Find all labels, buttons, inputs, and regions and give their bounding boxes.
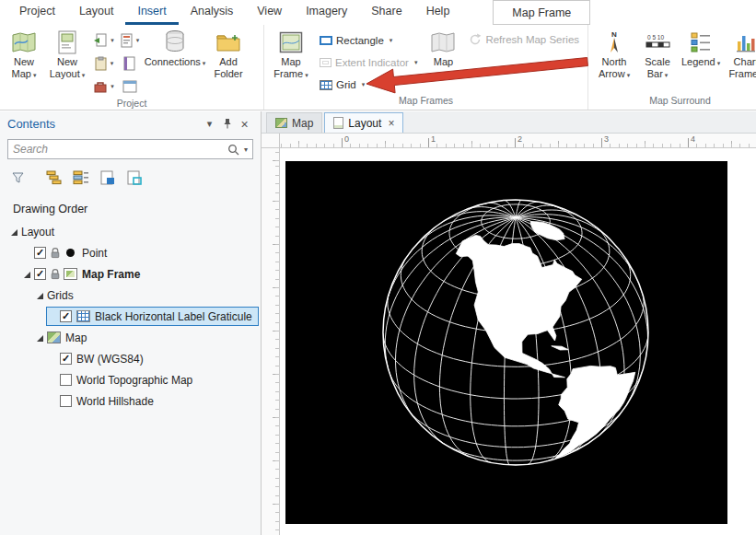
chevron-down-icon: ▾ [203,60,206,66]
contents-toolbar [0,163,261,192]
chevron-down-icon: ▾ [136,37,140,44]
ribbon-tab-project[interactable]: Project [7,0,67,25]
legend-label: Legend [681,56,715,67]
view-tab-bar: Map Layout × [262,111,756,134]
chart-frame-button[interactable]: Chart Frame▾ [725,28,756,95]
search-icon[interactable] [227,144,239,156]
visibility-checkbox[interactable]: ✓ [34,268,46,280]
ruler-tick-label: 0 [344,134,349,144]
grid-button[interactable]: Grid ▾ [316,75,421,95]
close-icon[interactable]: × [236,117,253,132]
list-by-drawing-order-button[interactable] [43,168,65,188]
list-by-selection-button[interactable] [97,168,119,188]
expander-icon[interactable] [8,226,21,238]
view-tab-map[interactable]: Map [266,112,322,133]
ribbon-tab-analysis[interactable]: Analysis [179,0,246,25]
h-ruler[interactable]: 01234 [280,134,756,148]
expander-icon[interactable] [34,289,47,302]
layer-label: World Hillshade [76,395,154,408]
tree-item-bw-wgs84[interactable]: ✓BW (WGS84) [0,348,261,369]
add-folder-button[interactable]: Add Folder [208,28,249,98]
expander-icon[interactable] [34,331,47,344]
toolbox-button[interactable]: ▾ [91,76,116,98]
rectangle-button[interactable]: Rectangle ▾ [316,30,421,51]
v-ruler[interactable] [262,148,280,535]
visibility-checkbox[interactable]: ✓ [60,353,72,365]
view-tab-layout[interactable]: Layout × [324,112,403,133]
layer-label: Map Frame [82,268,140,281]
layer-label: Black Horizontal Label Graticule [95,310,252,323]
refresh-map-series-button[interactable]: Refresh Map Series [465,29,583,50]
group-label-project: Project [0,98,263,111]
map-frame-button[interactable]: Map Frame▾ [269,28,313,95]
ribbon-tab-share[interactable]: Share [359,0,413,25]
north-arrow-button[interactable]: N North Arrow▾ [593,28,635,95]
search-input[interactable] [13,143,225,156]
layout-canvas[interactable] [280,148,756,535]
ribbon-tab-map-frame[interactable]: Map Frame [493,0,590,25]
ruler-tick-label: 2 [518,134,522,144]
filter-button[interactable] [6,168,29,188]
tree-item-layout[interactable]: Layout [0,221,261,242]
map-frame-element[interactable] [285,161,727,524]
ribbon-group-map-frames: Map Frame▾ Rectangle ▾ Extent Indicator … [264,25,588,110]
ribbon-tab-bar: Project Layout Insert Analysis View Imag… [0,0,756,25]
map-label: Map [434,56,453,67]
search-options-chevron-icon[interactable]: ▾ [244,145,248,154]
map-tab-icon [275,118,287,128]
new-map-label: New Map [12,56,34,79]
ribbon-group-map-surround: N North Arrow▾ 0 5 10 Scale Bar▾ Legend▾ [588,25,756,110]
new-layout-button[interactable]: New Layout▾ [46,28,88,98]
legend-button[interactable]: Legend▾ [680,28,722,95]
pane-menu-chevron-icon[interactable]: ▾ [201,118,218,130]
paste-button[interactable]: ▾ [91,52,116,75]
scale-bar-button[interactable]: 0 5 10 Scale Bar▾ [638,28,677,95]
tree-item-grids[interactable]: Grids [0,285,261,306]
tree-item-map[interactable]: Map [0,327,261,348]
new-map-button[interactable]: New Map▾ [5,28,43,98]
chevron-down-icon: ▾ [414,59,418,66]
new-notebook-button[interactable] [117,52,142,75]
ribbon-tab-view[interactable]: View [245,0,294,25]
tree-item-black-horizontal-label-graticule[interactable]: ✓Black Horizontal Label Graticule [0,306,261,327]
ribbon-tab-help[interactable]: Help [414,0,462,25]
lock-icon[interactable] [51,248,60,259]
tree-item-world-topographic-map[interactable]: World Topographic Map [0,369,261,390]
north-arrow-label: North Arrow [599,56,627,79]
map-icon [47,331,61,343]
close-tab-icon[interactable]: × [388,117,394,130]
chevron-down-icon: ▾ [110,37,114,44]
visibility-checkbox[interactable]: ✓ [60,310,72,322]
chevron-down-icon: ▾ [390,37,393,44]
search-row: ▾ [0,136,261,163]
layer-label: BW (WGS84) [76,353,144,366]
ribbon-tab-imagery[interactable]: Imagery [294,0,359,25]
add-folder-icon [216,29,240,54]
new-report-button[interactable]: ▾ [117,29,142,52]
list-by-source-button[interactable] [70,168,92,188]
ribbon-group-project: New Map▾ New Layout▾ ▾ ▾ ▾ [0,25,264,110]
ribbon-tab-layout[interactable]: Layout [67,0,126,25]
window-icon [122,80,137,93]
ribbon-tab-insert[interactable]: Insert [125,0,178,25]
tree-item-point[interactable]: ✓Point [0,242,261,263]
visibility-checkbox[interactable]: ✓ [34,247,46,259]
pin-icon[interactable] [218,118,236,131]
list-by-editing-button[interactable] [123,168,145,188]
search-box[interactable]: ▾ [7,139,253,159]
connections-icon [164,29,186,54]
expander-icon[interactable] [21,268,34,281]
tree-item-world-hillshade[interactable]: World Hillshade [0,390,261,412]
add-window-button[interactable] [117,76,142,98]
connections-button[interactable]: Connections▾ [145,28,205,98]
lock-icon[interactable] [51,269,60,280]
tree-item-map-frame[interactable]: ✓Map Frame [0,263,261,285]
svg-text:N: N [611,30,617,39]
chevron-down-icon: ▾ [665,72,669,78]
import-map-button[interactable]: ▾ [91,29,116,52]
extent-indicator-button[interactable]: Extent Indicator ▾ [316,52,421,73]
map-button[interactable]: Map [424,28,462,95]
group-label-map-frames: Map Frames [264,95,587,110]
visibility-checkbox[interactable] [60,374,72,386]
visibility-checkbox[interactable] [60,395,72,407]
